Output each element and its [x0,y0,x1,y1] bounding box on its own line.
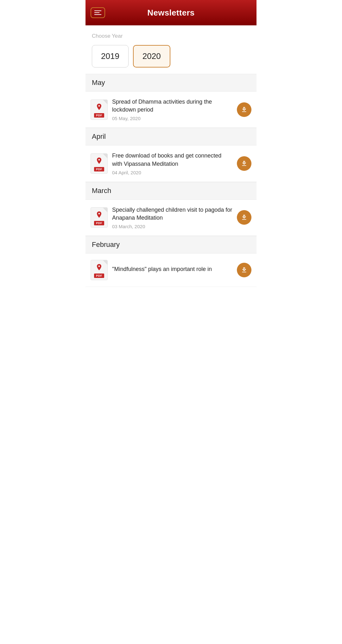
pdf-icon-corner [103,154,107,158]
pdf-icon: PDF [91,100,108,120]
pdf-label: PDF [94,221,104,225]
download-icon [241,160,248,167]
acrobat-icon [95,211,103,220]
pdf-icon: PDF [91,207,108,228]
download-icon [241,267,248,274]
newsletter-title: Spread of Dhamma activities during the l… [112,98,232,114]
pdf-icon-corner [103,100,107,104]
pdf-icon-corner [103,208,107,212]
newsletter-title: Free download of books and get connected… [112,152,232,168]
download-button[interactable] [237,210,251,225]
newsletter-list: May PDF Spread of Dhamma activities duri… [86,74,256,287]
newsletter-title: "Mindfulness" plays an important role in [112,265,232,273]
acrobat-icon [95,263,103,273]
download-button[interactable] [237,263,251,277]
download-button[interactable] [237,102,251,117]
download-icon [241,214,248,221]
year-buttons-group: 2019 2020 [92,45,250,68]
download-button[interactable] [237,156,251,171]
hamburger-line-3 [94,14,101,15]
pdf-label: PDF [94,274,104,278]
newsletter-content: Spread of Dhamma activities during the l… [112,98,232,121]
pdf-icon-corner [103,260,107,265]
pdf-label: PDF [94,167,104,171]
newsletter-date: 04 April, 2020 [112,170,232,175]
page-title: Newsletters [147,8,194,18]
month-header-march: March [86,182,256,200]
download-icon [241,106,248,113]
newsletter-date: 05 May, 2020 [112,116,232,121]
month-header-april: April [86,128,256,145]
newsletter-content: Specially challenged children visit to p… [112,206,232,229]
month-header-may: May [86,74,256,92]
app-header: Newsletters [86,0,256,25]
acrobat-icon [95,103,103,113]
newsletter-item: PDF Specially challenged children visit … [86,200,256,236]
newsletter-content: "Mindfulness" plays an important role in [112,265,232,275]
menu-button[interactable] [91,7,105,18]
year-chooser-label: Choose Year [92,33,250,39]
month-header-february: February [86,236,256,254]
newsletter-date: 03 March, 2020 [112,224,232,229]
pdf-label: PDF [94,113,104,118]
year-chooser-section: Choose Year 2019 2020 [86,25,256,74]
newsletter-item: PDF Free download of books and get conne… [86,145,256,182]
year-button-2019[interactable]: 2019 [92,45,129,68]
year-button-2020[interactable]: 2020 [133,45,170,68]
acrobat-icon [95,157,103,166]
hamburger-line-1 [94,10,101,11]
hamburger-line-2 [94,12,99,13]
newsletter-item: PDF Spread of Dhamma activities during t… [86,92,256,128]
newsletter-item: PDF "Mindfulness" plays an important rol… [86,254,256,287]
pdf-icon: PDF [91,260,108,280]
newsletter-content: Free download of books and get connected… [112,152,232,175]
pdf-icon: PDF [91,153,108,174]
newsletter-title: Specially challenged children visit to p… [112,206,232,222]
